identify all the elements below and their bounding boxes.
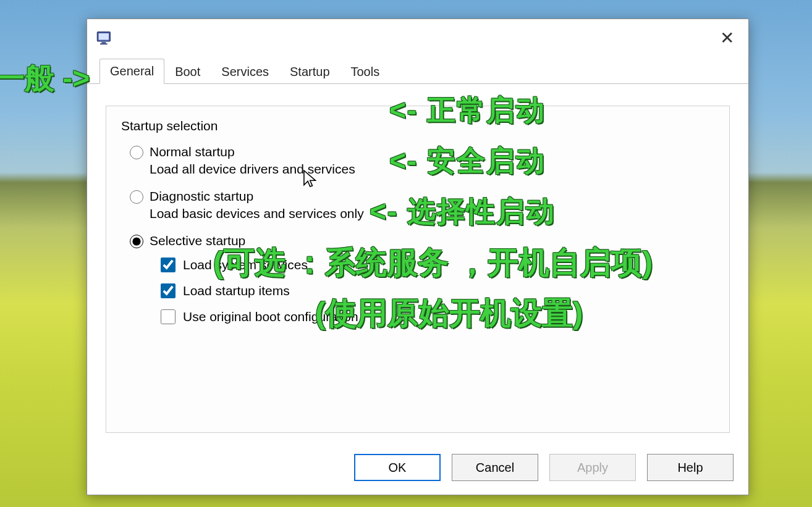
close-icon: ✕ <box>720 28 734 48</box>
cancel-button[interactable]: Cancel <box>452 454 538 481</box>
check-orig-input[interactable] <box>161 309 176 324</box>
normal-desc: Load all device drivers and services <box>150 162 714 177</box>
check-load-system-services[interactable]: Load system services <box>158 256 714 274</box>
radio-diagnostic-startup[interactable]: Diagnostic startup <box>130 189 714 204</box>
help-button[interactable]: Help <box>647 454 734 481</box>
ok-button[interactable]: OK <box>354 454 441 481</box>
svg-rect-3 <box>100 43 108 44</box>
svg-rect-2 <box>101 42 106 43</box>
group-title: Startup selection <box>121 119 714 133</box>
tab-strip: General Boot Services Startup Tools <box>87 56 748 84</box>
radio-selective-input[interactable] <box>130 235 143 248</box>
svg-rect-1 <box>99 33 109 40</box>
check-orig-label: Use original boot configuration <box>183 309 358 324</box>
apply-button: Apply <box>549 454 636 481</box>
radio-normal-startup[interactable]: Normal startup <box>130 145 714 159</box>
check-sys-input[interactable] <box>161 258 176 272</box>
general-panel: Startup selection Normal startup Load al… <box>106 106 730 433</box>
check-use-original-boot[interactable]: Use original boot configuration <box>158 308 714 326</box>
check-sys-label: Load system services <box>183 258 308 272</box>
check-items-label: Load startup items <box>183 283 290 298</box>
titlebar: ✕ <box>87 19 748 56</box>
radio-normal-input[interactable] <box>130 146 143 159</box>
tab-general[interactable]: General <box>99 59 164 84</box>
radio-diagnostic-label: Diagnostic startup <box>150 189 253 204</box>
desktop-background: ✕ General Boot Services Startup Tools St… <box>0 0 812 507</box>
check-load-startup-items[interactable]: Load startup items <box>158 282 714 300</box>
tab-tools[interactable]: Tools <box>340 59 391 84</box>
radio-diagnostic-input[interactable] <box>130 190 143 204</box>
dialog-buttons: OK Cancel Apply Help <box>354 454 734 481</box>
check-items-input[interactable] <box>161 283 176 298</box>
tab-boot[interactable]: Boot <box>164 59 211 84</box>
diagnostic-desc: Load basic devices and services only <box>150 206 714 221</box>
radio-selective-startup[interactable]: Selective startup <box>130 233 714 248</box>
close-button[interactable]: ✕ <box>705 19 748 56</box>
tab-startup[interactable]: Startup <box>279 59 340 84</box>
anno-left: 一般 -> <box>0 59 90 98</box>
msconfig-icon <box>96 29 113 46</box>
radio-normal-label: Normal startup <box>150 145 235 159</box>
msconfig-dialog: ✕ General Boot Services Startup Tools St… <box>87 19 749 495</box>
radio-selective-label: Selective startup <box>150 233 245 248</box>
tab-services[interactable]: Services <box>211 59 279 84</box>
